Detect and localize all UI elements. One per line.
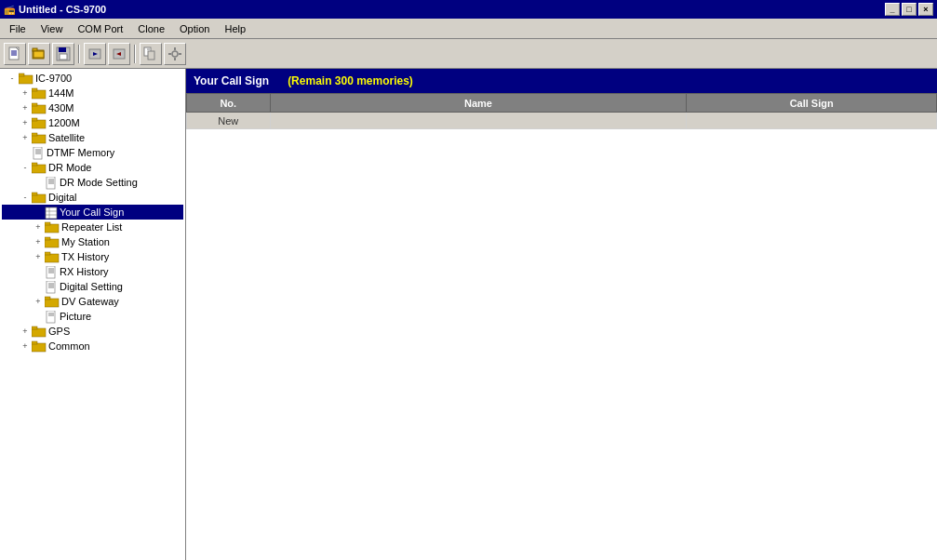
svg-rect-48 (45, 224, 59, 233)
expander-dtmf (19, 146, 32, 159)
folder-icon-mystation (45, 236, 60, 247)
folder-icon-common (32, 340, 47, 352)
toolbar-sep1 (78, 45, 80, 63)
toolbar-save[interactable] (52, 43, 74, 65)
expander-144m[interactable]: + (19, 87, 32, 100)
tree-item-mystation[interactable]: + My Station (2, 234, 183, 249)
tree-item-repeaterlist[interactable]: + Repeater List (2, 220, 183, 234)
content-title: Your Call Sign (194, 74, 269, 87)
expander-repeaterlist[interactable]: + (32, 220, 45, 233)
tree-item-ic9700[interactable]: - IC-9700 (2, 71, 183, 86)
tree-label-gps: GPS (48, 326, 70, 337)
table-row-new[interactable]: New (187, 113, 937, 129)
expander-drmodesetting (32, 176, 45, 189)
toolbar-write[interactable] (108, 43, 130, 65)
tree-label-144m: 144M (48, 87, 74, 99)
svg-rect-23 (19, 73, 24, 76)
svg-rect-68 (32, 327, 37, 329)
toolbar-new[interactable] (4, 43, 26, 65)
tree-label-dvgateway: DV Gateway (61, 296, 119, 307)
menu-clone[interactable]: Clone (130, 21, 172, 36)
svg-rect-52 (45, 254, 59, 262)
expander-1200m[interactable]: + (19, 116, 32, 129)
close-button[interactable]: × (918, 3, 933, 16)
tree-item-dtmf[interactable]: DTMF Memory (2, 145, 183, 160)
svg-rect-49 (45, 222, 50, 225)
expander-drmode[interactable]: - (19, 161, 32, 174)
svg-rect-42 (32, 194, 46, 203)
expander-dvgateway[interactable]: + (32, 295, 45, 308)
folder-icon-gps (32, 326, 47, 337)
menu-option[interactable]: Option (172, 21, 217, 36)
tree-label-mystation: My Station (61, 236, 110, 247)
expander-gps[interactable]: + (19, 325, 32, 338)
tree-label-drmode: DR Mode (48, 162, 91, 173)
tree-item-drmodesetting[interactable]: DR Mode Setting (2, 175, 183, 190)
svg-rect-25 (32, 88, 37, 91)
tree-panel: - IC-9700 + 144M + 430M + (0, 69, 186, 560)
title-bar: 📻 Untitled - CS-9700 _ □ × (0, 0, 937, 19)
minimize-button[interactable]: _ (885, 3, 900, 16)
tree-item-144m[interactable]: + 144M (2, 86, 183, 100)
expander-mystation[interactable]: + (32, 235, 45, 248)
maximize-button[interactable]: □ (902, 3, 917, 16)
expander-common[interactable]: + (19, 340, 32, 353)
toolbar-clone[interactable] (140, 43, 162, 65)
content-header: Your Call Sign (Remain 300 memories) (186, 69, 937, 93)
tree-item-yourcallsign[interactable]: Your Call Sign (2, 205, 183, 220)
tree-item-txhistory[interactable]: + TX History (2, 249, 183, 264)
expander-ic9700[interactable]: - (6, 72, 19, 85)
expander-430m[interactable]: + (19, 101, 32, 114)
folder-icon-ic9700 (19, 73, 33, 84)
toolbar-sep2 (134, 45, 136, 63)
tree-item-430m[interactable]: + 430M (2, 100, 183, 115)
svg-rect-29 (32, 118, 37, 121)
col-header-no: No. (187, 94, 271, 113)
tree-item-picture[interactable]: Picture (2, 309, 183, 324)
tree-item-digitalsetting[interactable]: Digital Setting (2, 279, 183, 294)
tree-item-1200m[interactable]: + 1200M (2, 115, 183, 130)
tree-item-drmode[interactable]: - DR Mode (2, 160, 183, 175)
tree-label-1200m: 1200M (48, 117, 80, 128)
svg-rect-31 (32, 133, 37, 136)
svg-rect-6 (33, 51, 44, 58)
folder-icon-430m (32, 102, 47, 113)
doc-icon-drmodesetting (45, 177, 58, 188)
tree-label-repeaterlist: Repeater List (61, 221, 122, 233)
menu-file[interactable]: File (2, 21, 33, 36)
expander-digital[interactable]: - (19, 191, 32, 204)
tree-label-digital: Digital (48, 192, 77, 203)
svg-rect-15 (148, 51, 154, 60)
expander-txhistory[interactable]: + (32, 250, 45, 263)
tree-label-txhistory: TX History (61, 251, 109, 262)
svg-rect-20 (168, 53, 171, 55)
grid-icon-yourcallsign (45, 207, 58, 218)
cell-no-new: New (187, 113, 271, 129)
tree-label-picture: Picture (60, 311, 91, 322)
menu-help[interactable]: Help (217, 21, 253, 36)
toolbar-settings[interactable] (164, 43, 186, 65)
folder-icon-dvgateway (45, 296, 60, 307)
tree-item-gps[interactable]: + GPS (2, 324, 183, 339)
menu-comport[interactable]: COM Port (70, 21, 130, 36)
expander-satellite[interactable]: + (19, 131, 32, 144)
toolbar-read[interactable] (84, 43, 106, 65)
tree-item-rxhistory[interactable]: RX History (2, 264, 183, 279)
svg-rect-24 (32, 90, 46, 99)
tree-item-common[interactable]: + Common (2, 339, 183, 353)
tree-item-dvgateway[interactable]: + DV Gateway (2, 294, 183, 309)
tree-item-satellite[interactable]: + Satellite (2, 130, 183, 145)
expander-picture (32, 310, 45, 323)
svg-rect-50 (45, 239, 59, 247)
svg-rect-69 (32, 343, 46, 352)
svg-rect-30 (32, 135, 46, 143)
tree-label-digitalsetting: Digital Setting (60, 281, 123, 292)
doc-icon-digitalsetting (45, 281, 58, 292)
data-table: No. Name Call Sign New (186, 93, 937, 129)
svg-rect-44 (46, 207, 57, 219)
menu-view[interactable]: View (33, 21, 71, 36)
app-icon: 📻 (4, 5, 15, 15)
svg-rect-36 (32, 165, 46, 173)
toolbar-open[interactable] (28, 43, 50, 65)
tree-item-digital[interactable]: - Digital (2, 190, 183, 205)
